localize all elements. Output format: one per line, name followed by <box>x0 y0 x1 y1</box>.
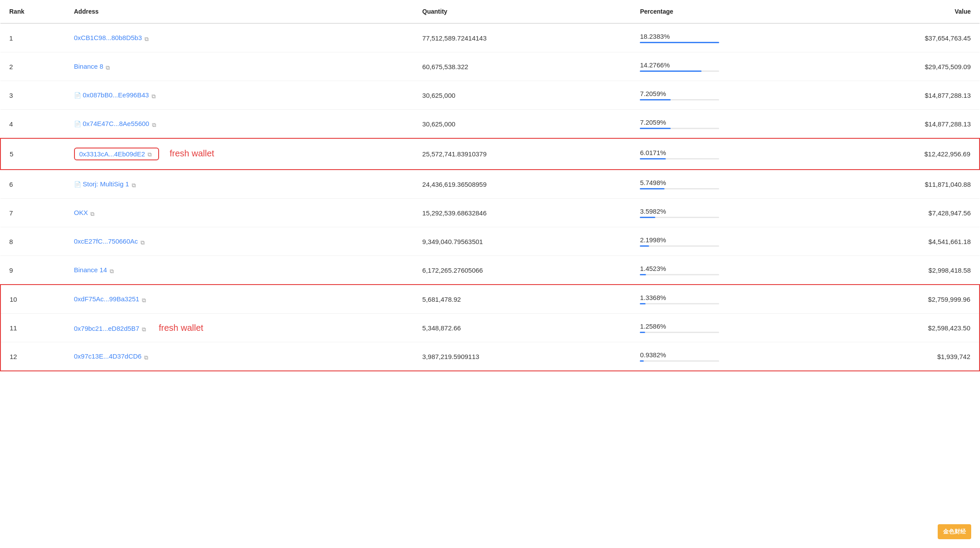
quantity-cell: 60,675,538.322 <box>413 52 631 81</box>
percentage-cell: 18.2383% <box>631 23 823 52</box>
percentage-cell: 3.5982% <box>631 199 823 227</box>
percentage-bar-bg <box>640 188 719 189</box>
address-link[interactable]: 0x087bB0...Ee996B43 <box>83 91 149 99</box>
holders-table-container: Rank Address Quantity Percentage Value 1… <box>0 0 980 371</box>
value-cell: $4,541,661.18 <box>823 227 980 256</box>
copy-icon[interactable]: ⧉ <box>145 36 151 42</box>
percentage-bar-bg <box>640 274 719 275</box>
table-row: 80xcE27fC...750660Ac⧉9,349,040.79563501 … <box>0 227 980 256</box>
table-row: 120x97c13E...4D37dCD6⧉3,987,219.5909113 … <box>0 342 980 371</box>
percentage-value: 7.2059% <box>640 118 814 126</box>
quantity-cell: 9,349,040.79563501 <box>413 227 631 256</box>
address-cell: 0xCB1C98...80b8D5b3⧉ <box>65 23 414 52</box>
percentage-value: 6.0171% <box>640 149 814 156</box>
percentage-bar-fill <box>640 360 644 362</box>
address-header: Address <box>65 0 414 23</box>
copy-icon[interactable]: ⧉ <box>110 268 116 274</box>
percentage-bar-fill <box>640 245 649 247</box>
value-cell: $12,422,956.69 <box>823 138 980 170</box>
percentage-bar-bg <box>640 128 719 129</box>
value-header: Value <box>823 0 980 23</box>
copy-icon[interactable]: ⧉ <box>106 64 112 70</box>
percentage-value: 0.9382% <box>640 351 814 359</box>
table-row: 3📄0x087bB0...Ee996B43⧉30,625,000 7.2059%… <box>0 81 980 110</box>
rank-cell: 4 <box>0 110 65 139</box>
address-link[interactable]: 0xCB1C98...80b8D5b3 <box>74 34 142 41</box>
value-cell: $1,939,742 <box>823 342 980 371</box>
address-link[interactable]: OKX <box>74 209 88 216</box>
value-cell: $2,998,418.58 <box>823 256 980 285</box>
value-cell: $11,871,040.88 <box>823 170 980 199</box>
percentage-bar-bg <box>640 303 719 304</box>
rank-cell: 3 <box>0 81 65 110</box>
table-row: 50x3313cA...4Eb09dE2⧉fresh wallet25,572,… <box>0 138 980 170</box>
table-row: 110x79bc21...eD82d5B7⧉fresh wallet5,348,… <box>0 314 980 342</box>
percentage-cell: 6.0171% <box>631 138 823 170</box>
address-link[interactable]: Binance 8 <box>74 63 104 70</box>
address-link[interactable]: 0x3313cA...4Eb09dE2 <box>79 150 145 158</box>
percentage-bar-bg <box>640 99 719 100</box>
percentage-bar-fill <box>640 70 702 72</box>
percentage-bar-bg <box>640 332 719 333</box>
quantity-cell: 30,625,000 <box>413 81 631 110</box>
percentage-value: 1.3368% <box>640 294 814 301</box>
value-cell: $14,877,288.13 <box>823 81 980 110</box>
copy-icon[interactable]: ⧉ <box>144 354 150 360</box>
copy-icon[interactable]: ⧉ <box>152 122 158 128</box>
rank-header: Rank <box>0 0 65 23</box>
copy-icon[interactable]: ⧉ <box>90 211 97 217</box>
percentage-header: Percentage <box>631 0 823 23</box>
percentage-bar-bg <box>640 245 719 247</box>
table-header-row: Rank Address Quantity Percentage Value <box>0 0 980 23</box>
contract-icon: 📄 <box>74 92 81 99</box>
address-link[interactable]: 0x97c13E...4D37dCD6 <box>74 352 141 360</box>
copy-icon[interactable]: ⧉ <box>141 239 147 245</box>
percentage-bar-fill <box>640 274 646 275</box>
table-row: 10xCB1C98...80b8D5b3⧉77,512,589.72414143… <box>0 23 980 52</box>
value-cell: $37,654,763.45 <box>823 23 980 52</box>
percentage-bar-fill <box>640 332 645 333</box>
quantity-cell: 5,348,872.66 <box>413 314 631 342</box>
percentage-bar-bg <box>640 360 719 362</box>
value-cell: $2,598,423.50 <box>823 314 980 342</box>
quantity-cell: 5,681,478.92 <box>413 285 631 314</box>
value-cell: $7,428,947.56 <box>823 199 980 227</box>
address-link[interactable]: Binance 14 <box>74 266 107 274</box>
quantity-cell: 77,512,589.72414143 <box>413 23 631 52</box>
quantity-cell: 25,572,741.83910379 <box>413 138 631 170</box>
table-row: 7OKX⧉15,292,539.68632846 3.5982% $7,428,… <box>0 199 980 227</box>
copy-icon[interactable]: ⧉ <box>142 326 148 332</box>
percentage-cell: 7.2059% <box>631 110 823 139</box>
rank-cell: 5 <box>0 138 65 170</box>
percentage-bar-fill <box>640 303 646 304</box>
address-cell: Binance 14⧉ <box>65 256 414 285</box>
percentage-bar-fill <box>640 217 655 218</box>
percentage-cell: 1.4523% <box>631 256 823 285</box>
percentage-bar-fill <box>640 99 671 100</box>
copy-icon[interactable]: ⧉ <box>148 151 154 157</box>
percentage-value: 1.4523% <box>640 265 814 272</box>
address-link[interactable]: Storj: MultiSig 1 <box>83 180 129 188</box>
copy-icon[interactable]: ⧉ <box>132 182 138 188</box>
percentage-value: 2.1998% <box>640 236 814 244</box>
rank-cell: 12 <box>0 342 65 371</box>
address-cell: 📄0x087bB0...Ee996B43⧉ <box>65 81 414 110</box>
table-row: 100xdF75Ac...99Ba3251⧉5,681,478.92 1.336… <box>0 285 980 314</box>
percentage-bar-bg <box>640 217 719 218</box>
value-cell: $14,877,288.13 <box>823 110 980 139</box>
address-link[interactable]: 0xdF75Ac...99Ba3251 <box>74 295 139 303</box>
rank-cell: 11 <box>0 314 65 342</box>
percentage-cell: 0.9382% <box>631 342 823 371</box>
address-link[interactable]: 0x74E47C...8Ae55600 <box>83 120 149 127</box>
copy-icon[interactable]: ⧉ <box>152 93 158 99</box>
rank-cell: 1 <box>0 23 65 52</box>
copy-icon[interactable]: ⧉ <box>142 297 148 303</box>
address-cell: 0xdF75Ac...99Ba3251⧉ <box>65 285 414 314</box>
address-link[interactable]: 0x79bc21...eD82d5B7 <box>74 325 139 332</box>
contract-icon: 📄 <box>74 121 81 127</box>
address-link[interactable]: 0xcE27fC...750660Ac <box>74 237 138 245</box>
percentage-cell: 7.2059% <box>631 81 823 110</box>
fresh-wallet-label: fresh wallet <box>170 148 214 158</box>
address-cell: 0x3313cA...4Eb09dE2⧉fresh wallet <box>65 138 414 170</box>
table-row: 4📄0x74E47C...8Ae55600⧉30,625,000 7.2059%… <box>0 110 980 139</box>
